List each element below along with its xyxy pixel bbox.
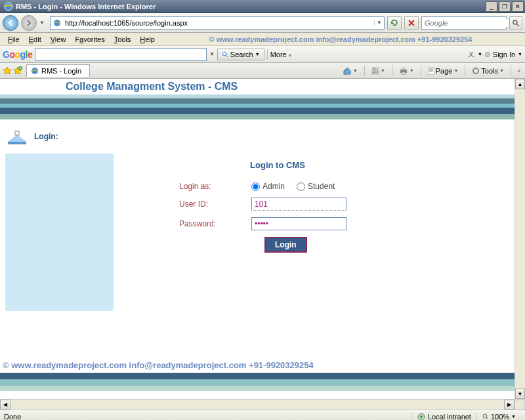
vertical-scrollbar[interactable]: ▲ ▼ <box>514 79 525 399</box>
add-favorites-icon[interactable] <box>13 66 22 75</box>
svg-rect-11 <box>428 67 434 75</box>
footer-watermark: © www.readymadeproject.com info@readymad… <box>3 360 314 370</box>
scroll-right-button[interactable]: ▶ <box>504 400 514 410</box>
print-button[interactable]: ▼ <box>396 67 417 75</box>
ie-icon <box>4 2 13 11</box>
google-search-button[interactable]: Search ▼ <box>217 49 264 60</box>
horizontal-scrollbar[interactable]: ◀ ▶ <box>0 399 525 410</box>
favorites-star-icon[interactable] <box>3 66 12 75</box>
window-title: RMS - Login - Windows Internet Explorer <box>16 3 486 10</box>
svg-point-7 <box>372 72 374 74</box>
svg-rect-13 <box>15 131 19 135</box>
close-button[interactable]: ✕ <box>512 1 524 12</box>
google-logo: Google <box>3 49 32 60</box>
nav-history-dropdown[interactable]: ▼ <box>39 20 45 26</box>
menu-favorites[interactable]: Favorites <box>71 34 108 45</box>
menu-bar: File Edit View Favorites Tools Help © ww… <box>0 33 525 46</box>
tab-bar: RMS - Login ▼ ▼ ▼ Page ▼ Tools ▼ » <box>0 63 525 79</box>
password-input[interactable] <box>251 217 346 230</box>
google-search-dropdown[interactable]: ▼ <box>209 51 215 57</box>
address-dropdown[interactable]: ▼ <box>374 20 384 26</box>
google-toolbar: Google ▼ Search ▼ More » ▼ Sign In ▼ <box>0 46 525 63</box>
svg-point-2 <box>513 20 517 24</box>
scroll-down-button[interactable]: ▼ <box>515 388 525 399</box>
browser-tab[interactable]: RMS - Login <box>26 64 90 77</box>
stop-button[interactable] <box>404 16 419 30</box>
svg-point-12 <box>473 68 478 74</box>
svg-rect-10 <box>402 72 406 74</box>
password-label: Password: <box>179 219 251 228</box>
svg-rect-6 <box>371 67 379 75</box>
page-icon <box>52 18 62 28</box>
svg-rect-9 <box>402 68 406 70</box>
chevron-right-icon[interactable]: » <box>515 68 522 74</box>
address-bar: ▼ <box>50 16 385 30</box>
login-icon <box>7 127 28 146</box>
status-bar: Done Local intranet 100% ▼ <box>0 410 525 420</box>
page-menu[interactable]: Page ▼ <box>425 67 461 75</box>
login-as-label: Login as: <box>179 182 251 191</box>
login-section-label: Login: <box>34 132 58 141</box>
menu-view[interactable]: View <box>47 34 70 45</box>
search-go-button[interactable] <box>509 16 522 30</box>
search-input[interactable] <box>422 19 518 27</box>
maximize-button[interactable]: ❐ <box>499 1 511 12</box>
tab-title: RMS - Login <box>41 67 81 75</box>
page-title: College Managment System - CMS <box>66 81 238 93</box>
page-content: College Managment System - CMS Login: Lo… <box>0 79 514 399</box>
login-button[interactable]: Login <box>264 237 307 253</box>
home-button[interactable]: ▼ <box>340 66 360 75</box>
google-settings[interactable]: ▼ <box>467 51 482 58</box>
user-id-input[interactable] <box>251 198 346 211</box>
search-box <box>421 16 507 30</box>
minimize-button[interactable]: _ <box>486 1 497 12</box>
tools-menu[interactable]: Tools ▼ <box>469 67 507 75</box>
zoom-control[interactable]: 100% ▼ <box>476 413 521 421</box>
feeds-button[interactable]: ▼ <box>369 67 388 75</box>
security-zone[interactable]: Local intranet <box>411 413 476 421</box>
refresh-button[interactable] <box>387 16 402 30</box>
radio-admin[interactable]: Admin <box>251 182 285 191</box>
google-signin[interactable]: Sign In ▼ <box>485 51 522 58</box>
scroll-left-button[interactable]: ◀ <box>0 400 10 410</box>
login-heading: Login to CMS <box>179 160 376 170</box>
status-text: Done <box>4 413 411 421</box>
menu-edit[interactable]: Edit <box>25 34 45 45</box>
forward-button[interactable] <box>21 15 37 31</box>
user-id-label: User ID: <box>179 200 251 209</box>
back-button[interactable] <box>3 15 18 31</box>
sidebar-panel <box>5 154 114 311</box>
address-input[interactable] <box>64 19 374 27</box>
menu-help[interactable]: Help <box>136 34 159 45</box>
window-titlebar: RMS - Login - Windows Internet Explorer … <box>0 0 525 13</box>
scroll-up-button[interactable]: ▲ <box>515 79 525 89</box>
google-search-input[interactable] <box>35 48 207 61</box>
menu-tools[interactable]: Tools <box>110 34 135 45</box>
menu-file[interactable]: File <box>4 34 24 45</box>
radio-student[interactable]: Student <box>297 182 335 191</box>
nav-toolbar: ▼ ▼ <box>0 13 525 33</box>
google-more[interactable]: More » <box>270 51 292 58</box>
watermark-text: © www.readymadeproject.com info@readymad… <box>160 34 521 45</box>
svg-point-15 <box>420 415 423 418</box>
